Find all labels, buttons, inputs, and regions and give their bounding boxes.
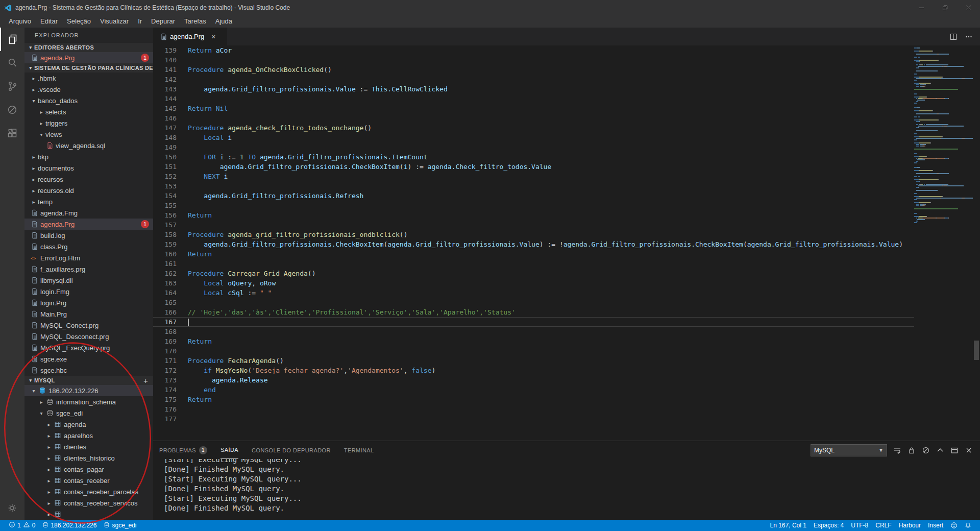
- code-line[interactable]: 150 FOR i := 1 TO agenda.Grid_filtro_pro…: [153, 152, 914, 162]
- tree-item-vscode[interactable]: ▸.vscode: [24, 84, 153, 95]
- tree-item-banco-dados[interactable]: ▾banco_dados: [24, 95, 153, 106]
- close-button[interactable]: [957, 0, 980, 15]
- tree-item-login-prg[interactable]: login.Prg: [24, 297, 153, 308]
- minimap[interactable]: [914, 45, 973, 441]
- code-line[interactable]: 163 Local oQuery, oRow: [153, 278, 914, 288]
- tree-item-errorlog-htm[interactable]: <>ErrorLog.Htm: [24, 252, 153, 263]
- code-line[interactable]: 174 end: [153, 385, 914, 395]
- code-lines[interactable]: 139Return aCor140141Procedure agenda_OnC…: [153, 45, 914, 441]
- code-line[interactable]: 162Procedure Carregar_Grid_Agenda(): [153, 269, 914, 278]
- close-panel-icon[interactable]: [965, 446, 973, 454]
- menu-ir[interactable]: Ir: [133, 15, 146, 28]
- code-line[interactable]: 170: [153, 346, 914, 356]
- code-line[interactable]: 142: [153, 75, 914, 84]
- code-line[interactable]: 148 Local i: [153, 133, 914, 142]
- code-line[interactable]: 155: [153, 201, 914, 210]
- menu-selec-a-o[interactable]: Seleção: [62, 15, 95, 28]
- mysql-item-contas-receber[interactable]: ▸contas_receber: [24, 475, 153, 486]
- code-line[interactable]: 158Procedure agenda_grid_filtro_profissi…: [153, 230, 914, 239]
- section-workspace[interactable]: ▾ SISTEMA DE GESTÃO PARA CLÍNICAS DE ES.…: [24, 63, 153, 73]
- notifications-bell-icon[interactable]: [961, 520, 975, 531]
- code-line[interactable]: 167: [153, 317, 914, 327]
- output-channel-select[interactable]: MySQL ▼: [811, 444, 887, 456]
- tree-item-agenda-prg[interactable]: agenda.Prg1: [24, 219, 153, 230]
- code-line[interactable]: 146: [153, 113, 914, 123]
- menu-ajuda[interactable]: Ajuda: [211, 15, 237, 28]
- tree-item-temp[interactable]: ▸temp: [24, 196, 153, 207]
- clear-output-icon[interactable]: [922, 446, 930, 454]
- mysql-item-186-202-132-226[interactable]: ▾186.202.132.226: [24, 385, 153, 396]
- tree-item-views[interactable]: ▾views: [24, 129, 153, 140]
- menu-visualizar[interactable]: Visualizar: [95, 15, 133, 28]
- indentation-status[interactable]: Espaços: 4: [810, 520, 847, 531]
- code-line[interactable]: 172 if MsgYesNo('Deseja fechar agenda?',…: [153, 366, 914, 375]
- tree-item-login-fmg[interactable]: login.Fmg: [24, 286, 153, 297]
- cursor-position[interactable]: Ln 167, Col 1: [767, 520, 810, 531]
- tree-item-selects[interactable]: ▸selects: [24, 106, 153, 117]
- debug-icon[interactable]: [0, 98, 24, 122]
- tab-agenda-prg[interactable]: agenda.Prg ×: [153, 28, 227, 45]
- more-actions-icon[interactable]: [965, 33, 973, 41]
- code-line[interactable]: 145Return Nil: [153, 104, 914, 113]
- code-line[interactable]: 169Return: [153, 336, 914, 346]
- eol-status[interactable]: CRLF: [872, 520, 895, 531]
- mysql-item-sgce-edi[interactable]: ▾sgce_edi: [24, 407, 153, 419]
- code-line[interactable]: 166// 'Hoje','das','às','Cliente','Profi…: [153, 307, 914, 317]
- tree-item-bkp[interactable]: ▸bkp: [24, 151, 153, 162]
- add-connection-button[interactable]: +: [143, 376, 148, 385]
- encoding-status[interactable]: UTF-8: [847, 520, 872, 531]
- tree-item-triggers[interactable]: ▸triggers: [24, 117, 153, 129]
- panel-tab-terminal[interactable]: TERMINAL: [344, 441, 374, 459]
- code-line[interactable]: 143 agenda.Grid_filtro_profissionais.Val…: [153, 84, 914, 94]
- code-line[interactable]: 144: [153, 94, 914, 104]
- minimize-button[interactable]: [910, 0, 933, 15]
- code-line[interactable]: 177: [153, 414, 914, 424]
- code-line[interactable]: 151 agenda.Grid_filtro_profissionais.Che…: [153, 162, 914, 172]
- word-wrap-icon[interactable]: [893, 446, 901, 454]
- code-line[interactable]: 154 agenda.Grid_filtro_profissionais.Ref…: [153, 191, 914, 201]
- tree-item-mysql-desconect-prg[interactable]: MySQL_Desconect.prg: [24, 331, 153, 342]
- maximize-panel-icon[interactable]: [936, 446, 944, 454]
- code-line[interactable]: 161: [153, 259, 914, 269]
- language-mode-status[interactable]: Harbour: [895, 520, 924, 531]
- tree-item-sgce-exe[interactable]: sgce.exe: [24, 353, 153, 365]
- tree-item-agenda-fmg[interactable]: agenda.Fmg: [24, 207, 153, 219]
- code-line[interactable]: 140: [153, 55, 914, 65]
- code-line[interactable]: 159 agenda.Grid_filtro_profissionais.Che…: [153, 239, 914, 249]
- menu-arquivo[interactable]: Arquivo: [4, 15, 36, 28]
- code-editor[interactable]: 139Return aCor140141Procedure agenda_OnC…: [153, 45, 980, 441]
- tab-close-icon[interactable]: ×: [211, 33, 215, 41]
- mysql-item-contas-receber-parcelas[interactable]: ▸contas_receber_parcelas: [24, 486, 153, 497]
- mysql-item-contas-receber-servicos[interactable]: ▸contas_receber_servicos: [24, 497, 153, 509]
- explorer-icon[interactable]: [0, 28, 24, 51]
- mysql-server-status[interactable]: 186.202.132.226: [39, 520, 100, 531]
- tree-item-recursos-old[interactable]: ▸recursos.old: [24, 185, 153, 196]
- code-line[interactable]: 160Return: [153, 249, 914, 259]
- output-console[interactable]: [Start] Executing MySQL query...[Done] F…: [153, 459, 980, 520]
- mysql-item-clientes[interactable]: ▸clientes: [24, 441, 153, 452]
- code-line[interactable]: 156Return: [153, 210, 914, 220]
- mysql-item-information-schema[interactable]: ▸information_schema: [24, 396, 153, 407]
- tree-item-hbmk[interactable]: ▸.hbmk: [24, 73, 153, 84]
- tree-item-class-prg[interactable]: class.Prg: [24, 241, 153, 252]
- mysql-item-aparelhos[interactable]: ▸aparelhos: [24, 430, 153, 441]
- code-line[interactable]: 139Return aCor: [153, 45, 914, 55]
- mysql-item-clientes-historico[interactable]: ▸clientes_historico: [24, 452, 153, 464]
- code-line[interactable]: 153: [153, 181, 914, 191]
- code-line[interactable]: 152 NEXT i: [153, 172, 914, 181]
- code-line[interactable]: 141Procedure agenda_OnCheckBoxClicked(): [153, 65, 914, 75]
- tree-item-main-prg[interactable]: Main.Prg: [24, 308, 153, 320]
- code-line[interactable]: 149: [153, 142, 914, 152]
- tree-item-mysql-execquery-prg[interactable]: MySQL_ExecQuery.prg: [24, 342, 153, 353]
- source-control-icon[interactable]: [0, 75, 24, 98]
- panel-tab-sai-da[interactable]: SAÍDA: [220, 441, 238, 459]
- section-mysql[interactable]: ▾ MYSQL +: [24, 376, 153, 385]
- tree-item-libmysql-dll[interactable]: libmysql.dll: [24, 275, 153, 286]
- tree-item-sgce-hbc[interactable]: sgce.hbc: [24, 365, 153, 376]
- code-line[interactable]: 175Return: [153, 395, 914, 404]
- menu-editar[interactable]: Editar: [36, 15, 62, 28]
- mysql-database-status[interactable]: sgce_edi: [100, 520, 140, 531]
- insert-mode-status[interactable]: Insert: [924, 520, 947, 531]
- tree-item-documentos[interactable]: ▸documentos: [24, 162, 153, 174]
- unlock-icon[interactable]: [908, 446, 916, 454]
